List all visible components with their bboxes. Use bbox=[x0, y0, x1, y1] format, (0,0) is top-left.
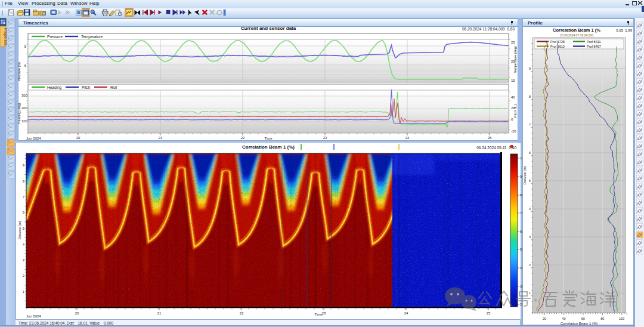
svg-text:23: 23 bbox=[322, 311, 326, 315]
svg-text:22: 22 bbox=[241, 136, 245, 140]
svg-text:4: 4 bbox=[529, 207, 531, 211]
svg-text:24: 24 bbox=[405, 136, 410, 140]
svg-text:40: 40 bbox=[511, 95, 515, 99]
svg-text:1: 1 bbox=[23, 290, 25, 294]
svg-text:6: 6 bbox=[24, 64, 27, 67]
svg-text:Heading: Heading bbox=[47, 85, 62, 90]
svg-text:3: 3 bbox=[23, 258, 25, 262]
svg-text:20: 20 bbox=[76, 136, 80, 140]
svg-text:Jun 2024: Jun 2024 bbox=[26, 137, 41, 140]
svg-text:8: 8 bbox=[23, 180, 25, 183]
svg-text:Prof 5610: Prof 5610 bbox=[550, 45, 565, 48]
svg-text:3: 3 bbox=[529, 235, 531, 239]
svg-text:Current and sensor data: Current and sensor data bbox=[241, 26, 296, 31]
svg-text:21: 21 bbox=[157, 311, 162, 315]
svg-text:Distance (m): Distance (m) bbox=[18, 221, 21, 239]
svg-text:5: 5 bbox=[23, 227, 25, 230]
svg-text:5: 5 bbox=[24, 45, 27, 48]
svg-text:Jun 2024: Jun 2024 bbox=[26, 314, 41, 318]
svg-text:Temperature (deg): Temperature (deg) bbox=[513, 46, 517, 73]
svg-text:2: 2 bbox=[23, 274, 25, 277]
svg-text:Correlation Beam 1 (%: Correlation Beam 1 (% bbox=[553, 27, 600, 33]
svg-text:Pressure (m): Pressure (m) bbox=[18, 62, 21, 81]
svg-text:7: 7 bbox=[529, 123, 531, 127]
svg-text:Correlation Beam 1 (%): Correlation Beam 1 (%) bbox=[561, 322, 598, 325]
svg-text:Heading (deg): Heading (deg) bbox=[18, 103, 21, 124]
svg-text:9: 9 bbox=[529, 67, 531, 70]
svg-text:5: 5 bbox=[529, 179, 531, 183]
svg-text:Roll: Roll bbox=[110, 85, 117, 90]
svg-text:23.06.2024 07:19:04,000: 23.06.2024 07:19:04,000 bbox=[560, 33, 593, 37]
svg-text:Correlation Beam 1 (%): Correlation Beam 1 (%) bbox=[242, 144, 295, 150]
svg-text:20: 20 bbox=[75, 311, 79, 315]
svg-text:Distance (m): Distance (m) bbox=[523, 166, 527, 184]
svg-text:22: 22 bbox=[240, 311, 244, 315]
svg-text:Time: Time bbox=[314, 313, 323, 316]
svg-text:4: 4 bbox=[23, 243, 25, 246]
svg-text:7: 7 bbox=[23, 195, 25, 199]
svg-text:15: 15 bbox=[511, 79, 515, 82]
svg-text:200: 200 bbox=[21, 106, 28, 110]
svg-text:Prof 8467: Prof 8467 bbox=[587, 45, 601, 48]
svg-text:-20: -20 bbox=[511, 129, 516, 133]
svg-text:Prof 8411: Prof 8411 bbox=[587, 40, 600, 44]
svg-text:Pitch: Pitch bbox=[82, 85, 91, 90]
svg-text:8: 8 bbox=[529, 95, 531, 98]
svg-text:Temperature: Temperature bbox=[81, 35, 103, 39]
svg-text:Prof 6728: Prof 6728 bbox=[550, 40, 565, 44]
svg-text:25: 25 bbox=[511, 41, 515, 44]
svg-text:Pitch (IL): Pitch (IL) bbox=[513, 104, 517, 118]
svg-text:6: 6 bbox=[529, 151, 531, 155]
svg-text:Pressure: Pressure bbox=[47, 35, 63, 39]
svg-text:100: 100 bbox=[21, 119, 28, 123]
svg-text:25: 25 bbox=[488, 136, 492, 140]
svg-text:24: 24 bbox=[404, 311, 408, 315]
svg-text:300: 300 bbox=[21, 94, 28, 97]
svg-text:21: 21 bbox=[159, 136, 163, 140]
svg-text:23: 23 bbox=[323, 136, 327, 140]
svg-text:9: 9 bbox=[23, 164, 25, 167]
svg-text:06.20.2024 11:28:04,000 0,60: 06.20.2024 11:28:04,000 0,60 bbox=[462, 27, 515, 31]
svg-text:2: 2 bbox=[529, 263, 531, 267]
svg-text:0,65 1,99: 0,65 1,99 bbox=[616, 29, 632, 32]
svg-text:Time: Time bbox=[264, 137, 273, 140]
svg-text:6: 6 bbox=[23, 211, 25, 214]
